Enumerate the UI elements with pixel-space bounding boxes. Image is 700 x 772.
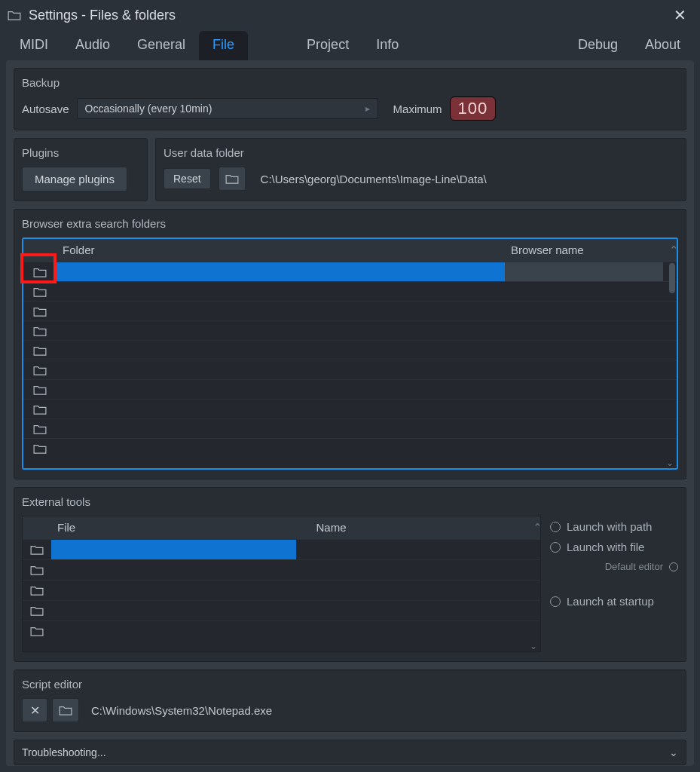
name-cell[interactable] xyxy=(296,581,527,600)
table-row[interactable] xyxy=(23,360,677,379)
table-row[interactable] xyxy=(23,320,677,340)
folder-path-cell[interactable] xyxy=(57,282,505,301)
panel-external-tools: External tools File Name ⌃ ⌄ Launch with… xyxy=(14,487,686,662)
scroll-down-icon[interactable]: ⌄ xyxy=(23,641,540,651)
autosave-dropdown[interactable]: Occasionally (every 10min) ▸ xyxy=(77,98,378,119)
reset-button[interactable]: Reset xyxy=(164,168,211,189)
folder-icon xyxy=(33,404,47,415)
file-cell[interactable] xyxy=(51,581,296,600)
table-row[interactable] xyxy=(23,418,677,438)
maximum-label: Maximum xyxy=(393,103,442,115)
name-cell[interactable] xyxy=(296,601,527,620)
browser-name-cell[interactable] xyxy=(505,262,663,281)
folder-icon xyxy=(33,306,47,317)
tab-project[interactable]: Project xyxy=(293,31,362,60)
table-row[interactable] xyxy=(23,539,540,559)
col-browser-name: Browser name xyxy=(505,239,663,262)
table-row[interactable] xyxy=(23,580,540,600)
table-row[interactable] xyxy=(23,301,677,320)
settings-window: Settings - Files & folders ✕ MIDI Audio … xyxy=(0,0,700,772)
browser-name-cell[interactable] xyxy=(505,419,663,438)
browser-name-cell[interactable] xyxy=(505,302,663,320)
browser-name-cell[interactable] xyxy=(505,439,663,458)
scroll-up-icon[interactable]: ⌃ xyxy=(527,516,540,539)
table-row[interactable] xyxy=(23,399,677,418)
table-row[interactable] xyxy=(23,379,677,399)
table-row[interactable] xyxy=(23,438,677,458)
folder-icon xyxy=(33,267,47,277)
table-row[interactable] xyxy=(23,600,540,620)
file-cell[interactable] xyxy=(51,560,296,580)
folder-path-cell[interactable] xyxy=(57,400,505,418)
browser-folders-table: Folder Browser name ⌃ ⌄ xyxy=(22,237,678,470)
browser-name-cell[interactable] xyxy=(505,380,663,399)
scroll-up-icon[interactable]: ⌃ xyxy=(663,239,677,262)
window-title: Settings - Files & folders xyxy=(29,8,176,23)
folder-path-cell[interactable] xyxy=(57,419,505,438)
folder-path-cell[interactable] xyxy=(57,302,505,320)
col-name: Name xyxy=(310,516,527,539)
close-button[interactable]: ✕ xyxy=(668,5,692,26)
folder-path-cell[interactable] xyxy=(57,341,505,360)
opt-default-editor[interactable]: Default editor xyxy=(550,561,678,572)
panel-userdata: User data folder Reset C:\Users\georg\Do… xyxy=(155,138,686,201)
table-row[interactable] xyxy=(23,281,677,301)
folder-icon xyxy=(30,626,44,636)
panel-plugins: Plugins Manage plugins xyxy=(14,138,148,201)
folder-path-cell[interactable] xyxy=(57,380,505,399)
table-row[interactable] xyxy=(23,620,540,641)
script-path: C:\Windows\System32\Notepad.exe xyxy=(84,704,272,717)
scroll-down-icon[interactable]: ⌄ xyxy=(23,458,677,468)
opt-launch-file[interactable]: Launch with file xyxy=(550,541,678,553)
folder-path-cell[interactable] xyxy=(57,439,505,458)
name-cell[interactable] xyxy=(296,621,527,641)
file-cell[interactable] xyxy=(51,621,296,641)
name-cell[interactable] xyxy=(296,540,527,559)
manage-plugins-button[interactable]: Manage plugins xyxy=(22,167,127,191)
folder-path-cell[interactable] xyxy=(57,321,505,340)
folder-icon xyxy=(8,10,21,20)
browser-name-cell[interactable] xyxy=(505,341,663,360)
opt-launch-path[interactable]: Launch with path xyxy=(550,520,678,533)
radio-icon xyxy=(669,562,678,571)
table-row[interactable] xyxy=(23,340,677,360)
table-row[interactable] xyxy=(23,262,677,281)
clear-script-button[interactable]: ✕ xyxy=(22,698,47,722)
troubleshooting-label: Troubleshooting... xyxy=(22,746,106,758)
col-file: File xyxy=(51,516,310,539)
tab-audio[interactable]: Audio xyxy=(62,31,124,60)
browse-userdata-button[interactable] xyxy=(219,167,246,191)
tabs-bar: MIDI Audio General File Project Info Deb… xyxy=(0,30,700,60)
tab-about[interactable]: About xyxy=(631,31,694,60)
panel-title-script: Script editor xyxy=(22,678,678,691)
folder-icon xyxy=(33,365,47,375)
panel-backup: Backup Autosave Occasionally (every 10mi… xyxy=(14,68,686,130)
panel-title-browser: Browser extra search folders xyxy=(22,217,678,230)
folder-icon xyxy=(30,544,44,555)
tab-midi[interactable]: MIDI xyxy=(6,31,62,60)
browser-name-cell[interactable] xyxy=(505,282,663,301)
folder-icon xyxy=(33,384,47,395)
folder-path-cell[interactable] xyxy=(57,262,505,281)
folder-path-cell[interactable] xyxy=(57,360,505,379)
file-cell[interactable] xyxy=(51,601,296,620)
folder-icon xyxy=(33,286,47,297)
scrollbar-thumb[interactable] xyxy=(669,263,675,293)
radio-icon xyxy=(550,596,561,607)
radio-icon xyxy=(550,522,561,532)
tab-general[interactable]: General xyxy=(124,31,199,60)
name-cell[interactable] xyxy=(296,560,527,580)
opt-launch-startup[interactable]: Launch at startup xyxy=(550,595,678,608)
troubleshooting-expander[interactable]: Troubleshooting... ⌄ xyxy=(14,740,686,765)
table-row[interactable] xyxy=(23,559,540,580)
browse-script-button[interactable] xyxy=(52,698,79,722)
tab-debug[interactable]: Debug xyxy=(564,31,631,60)
tab-info[interactable]: Info xyxy=(362,31,412,60)
maximum-value[interactable]: 100 xyxy=(450,96,497,121)
browser-name-cell[interactable] xyxy=(505,400,663,418)
browser-name-cell[interactable] xyxy=(505,360,663,379)
tab-file[interactable]: File xyxy=(199,31,248,60)
browser-name-cell[interactable] xyxy=(505,321,663,340)
autosave-label: Autosave xyxy=(22,103,69,115)
file-cell[interactable] xyxy=(51,540,296,559)
